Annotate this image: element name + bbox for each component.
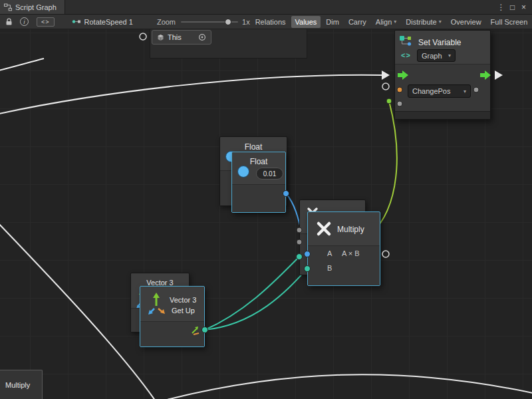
multiply-input-b-port[interactable] (305, 266, 311, 272)
chevron-down-icon: ▾ (394, 19, 396, 25)
graph-toolbar: i <> RotateSpeed 1 Zoom 1x Relations Val… (0, 15, 532, 29)
multiply-shadow-port-2[interactable] (297, 239, 302, 245)
multiply-shadow-port-1[interactable] (297, 227, 302, 233)
window-titlebar: Script Graph ⋮ □ × (0, 0, 532, 15)
corner-node-multiply[interactable]: Multiply (0, 370, 43, 399)
code-toggle-button[interactable]: <> (37, 17, 55, 27)
distribute-button[interactable]: Distribute▾ (402, 16, 445, 28)
node-footer (395, 111, 490, 119)
graph-asset-name: RotateSpeed 1 (84, 18, 133, 26)
overview-button[interactable]: Overview (447, 16, 485, 28)
multiply-shadow-port-b[interactable] (297, 254, 303, 260)
port-b-label: B (327, 264, 332, 272)
setvariable-right-port[interactable] (473, 87, 479, 92)
lime-wire-endpoint[interactable] (386, 98, 392, 104)
align-button[interactable]: Align▾ (372, 16, 400, 28)
getup-output-port[interactable] (202, 327, 208, 333)
window-controls: ⋮ □ × (495, 3, 532, 12)
zoom-label: Zoom (157, 18, 176, 26)
float-output-port[interactable] (283, 191, 289, 197)
port-a-label: A (327, 249, 332, 257)
info-icon[interactable]: i (20, 17, 29, 26)
zoom-slider-handle[interactable] (225, 19, 231, 25)
multiply-input-a-port[interactable] (305, 251, 311, 257)
multiply-node[interactable]: Multiply A A × B B (307, 211, 380, 286)
window-close-button[interactable]: × (518, 3, 529, 12)
node-title: Vector 3 (131, 273, 189, 287)
node-title: Vector 3 (170, 296, 196, 304)
chevron-down-icon: ▾ (464, 88, 466, 94)
float-type-icon (237, 166, 249, 178)
node-subtitle: Get Up (172, 307, 195, 315)
chevron-down-icon: ▾ (439, 19, 442, 25)
zoom-value: 1x (242, 18, 250, 26)
getup-node[interactable]: Vector 3 Get Up (140, 286, 205, 347)
relations-button[interactable]: Relations (251, 16, 290, 28)
tab-title: Script Graph (15, 3, 57, 11)
getup-icon (147, 291, 168, 318)
graph-asset-button[interactable]: RotateSpeed 1 (72, 18, 133, 26)
scope-value: Graph (422, 52, 442, 60)
values-button[interactable]: Values (291, 16, 321, 28)
this-node[interactable]: This (152, 30, 211, 45)
node-title: Set Variable (418, 38, 461, 47)
lock-icon[interactable] (3, 16, 15, 28)
code-icon: <> (401, 51, 411, 59)
variable-scope-dropdown[interactable]: Graph ▾ (417, 49, 456, 62)
variable-icon (399, 35, 414, 47)
chevron-down-icon: ▾ (448, 53, 451, 59)
this-node-panel[interactable]: This (150, 25, 307, 59)
dim-button[interactable]: Dim (322, 16, 343, 28)
node-title: Multiply (337, 225, 364, 234)
carry-button[interactable]: Carry (344, 16, 370, 28)
graph-asset-icon (72, 18, 81, 25)
tab-script-graph[interactable]: Script Graph (0, 0, 65, 14)
setvariable-value-port[interactable] (397, 101, 402, 106)
node-title: Float (220, 137, 287, 152)
window-maximize-button[interactable]: □ (507, 3, 518, 12)
this-output-port[interactable] (198, 33, 206, 41)
zoom-slider[interactable] (181, 18, 238, 26)
float-node[interactable]: Float 0.01 (231, 152, 286, 213)
port-result-label: A × B (342, 249, 360, 257)
script-graph-window: This Set Variable <> Graph ▾ ChangePos ▾ (0, 0, 532, 399)
this-node-label: This (168, 33, 182, 41)
float-value-input[interactable]: 0.01 (256, 168, 283, 180)
script-graph-icon (4, 3, 12, 11)
fullscreen-button[interactable]: Full Screen (487, 16, 532, 28)
setvariable-variable-port[interactable] (397, 87, 402, 92)
corner-node-label: Multiply (5, 381, 30, 389)
cube-icon (157, 34, 164, 41)
node-title: Float (232, 152, 285, 166)
variable-name-dropdown[interactable]: ChangePos ▾ (408, 84, 471, 98)
window-menu-button[interactable]: ⋮ (495, 3, 507, 12)
variable-name-value: ChangePos (412, 87, 451, 95)
multiply-icon (316, 221, 332, 237)
float-body (232, 184, 285, 212)
set-variable-node[interactable]: Set Variable <> Graph ▾ ChangePos ▾ (394, 30, 491, 120)
